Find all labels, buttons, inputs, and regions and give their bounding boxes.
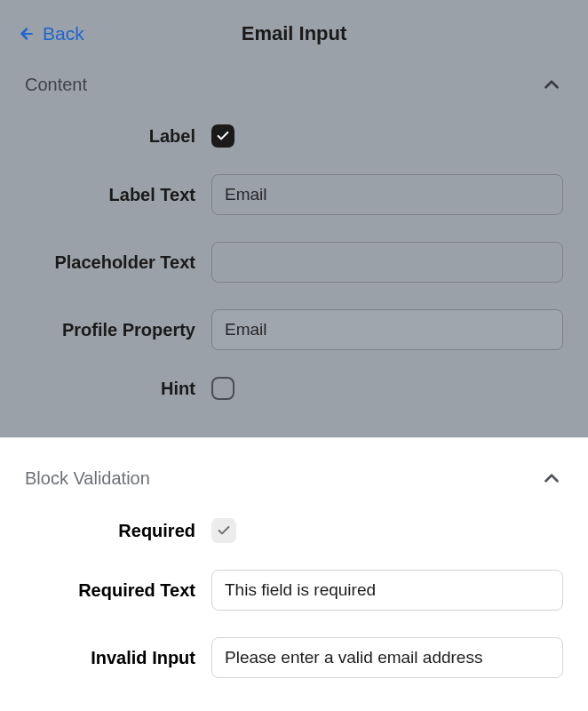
back-button[interactable]: Back — [18, 23, 84, 44]
hint-checkbox[interactable] — [211, 377, 234, 400]
content-section-header[interactable]: Content — [0, 62, 588, 117]
back-label: Back — [43, 23, 84, 44]
label-checkbox[interactable] — [211, 124, 234, 148]
check-icon — [217, 523, 231, 538]
required-text-field-label: Required Text — [25, 580, 211, 601]
profile-property-field-label: Profile Property — [25, 320, 211, 340]
required-text-input[interactable] — [211, 570, 563, 611]
invalid-input-field-label: Invalid Input — [25, 648, 211, 668]
label-text-field-label: Label Text — [25, 185, 211, 205]
label-field-label: Label — [25, 126, 211, 147]
placeholder-text-field-label: Placeholder Text — [25, 252, 211, 273]
chevron-up-icon — [540, 467, 563, 490]
required-field-label: Required — [25, 521, 211, 541]
required-checkbox[interactable] — [211, 518, 236, 543]
chevron-up-icon — [540, 73, 563, 96]
placeholder-text-input[interactable] — [211, 242, 563, 283]
page-title: Email Input — [242, 22, 347, 45]
label-text-input[interactable] — [211, 174, 563, 215]
validation-section-header[interactable]: Block Validation — [0, 456, 588, 511]
hint-field-label: Hint — [25, 379, 211, 399]
validation-section-title: Block Validation — [25, 468, 150, 489]
content-section-title: Content — [25, 75, 87, 95]
header: Back Email Input — [0, 0, 588, 62]
profile-property-value: Email — [225, 320, 267, 340]
arrow-left-icon — [18, 25, 36, 43]
check-icon — [216, 129, 230, 143]
invalid-input-text-input[interactable] — [211, 637, 563, 678]
profile-property-select[interactable]: Email — [211, 309, 563, 350]
